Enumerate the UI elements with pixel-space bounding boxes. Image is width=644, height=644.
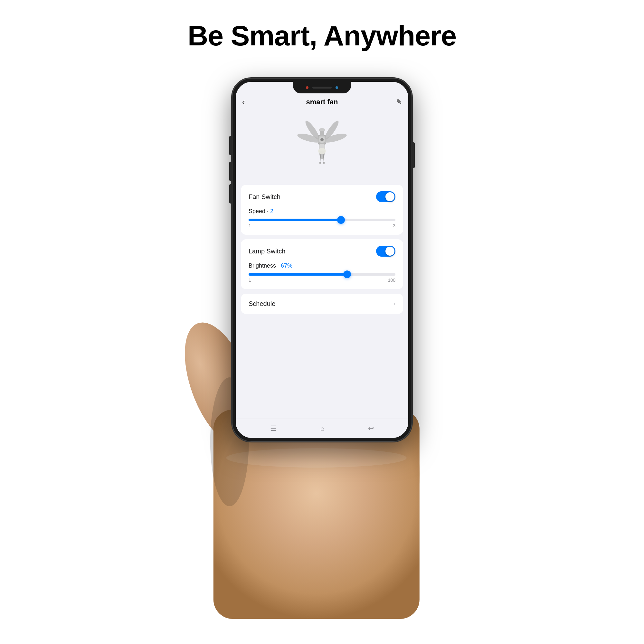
- phone-screen: ‹ smart fan ✎: [236, 82, 408, 438]
- speed-label: Speed · 2: [249, 208, 395, 215]
- schedule-label: Schedule: [249, 300, 275, 308]
- fan-image-area: [236, 111, 408, 185]
- speed-section: Speed · 2 1 3: [249, 208, 395, 228]
- phone-device: ‹ smart fan ✎: [232, 78, 412, 442]
- brightness-slider-track[interactable]: [249, 273, 395, 276]
- speed-slider-fill: [249, 219, 341, 221]
- fan-switch-toggle[interactable]: [376, 191, 395, 202]
- back-button[interactable]: ‹: [242, 97, 245, 107]
- svg-point-17: [318, 148, 326, 154]
- notch-dot-red: [306, 86, 308, 89]
- nav-menu-icon[interactable]: ☰: [270, 424, 277, 433]
- app-title: smart fan: [306, 98, 338, 106]
- phone-notch: [293, 82, 351, 93]
- app-content: Fan Switch Speed · 2 1: [236, 185, 408, 419]
- lamp-switch-toggle[interactable]: [376, 246, 395, 257]
- fan-switch-label: Fan Switch: [249, 193, 280, 201]
- app-header: ‹ smart fan ✎: [236, 93, 408, 111]
- brightness-slider-thumb[interactable]: [343, 270, 351, 278]
- brightness-slider-fill: [249, 273, 347, 276]
- svg-point-21: [323, 162, 325, 164]
- brightness-max: 100: [388, 278, 395, 283]
- notch-speaker: [312, 87, 332, 89]
- notch-dot-blue: [336, 86, 338, 89]
- scene-wrapper: ‹ smart fan ✎: [129, 65, 515, 612]
- brightness-min: 1: [249, 278, 251, 283]
- brightness-section: Brightness · 67% 1 100: [249, 262, 395, 283]
- page-title: Be Smart, Anywhere: [188, 19, 457, 52]
- brightness-range: 1 100: [249, 278, 395, 283]
- brightness-label: Brightness · 67%: [249, 262, 395, 269]
- bottom-nav: ☰ ⌂ ↩: [236, 419, 408, 438]
- speed-range: 1 3: [249, 223, 395, 228]
- svg-point-23: [319, 128, 325, 131]
- lamp-switch-label: Lamp Switch: [249, 248, 286, 255]
- svg-point-3: [226, 448, 407, 468]
- speed-min: 1: [249, 223, 251, 228]
- svg-point-15: [320, 138, 324, 141]
- schedule-arrow-icon: ›: [393, 300, 395, 307]
- nav-home-icon[interactable]: ⌂: [320, 424, 324, 433]
- speed-slider-track[interactable]: [249, 219, 395, 221]
- fan-switch-card: Fan Switch Speed · 2 1: [241, 185, 403, 235]
- speed-value: 2: [270, 208, 273, 214]
- speed-max: 3: [393, 223, 395, 228]
- nav-back-icon[interactable]: ↩: [368, 424, 374, 433]
- edit-button[interactable]: ✎: [396, 98, 402, 106]
- schedule-card[interactable]: Schedule ›: [241, 294, 403, 314]
- speed-slider-thumb[interactable]: [337, 216, 345, 224]
- brightness-value: 67%: [281, 262, 292, 269]
- lamp-switch-card: Lamp Switch Brightness · 67% 1: [241, 239, 403, 289]
- svg-point-19: [319, 162, 321, 164]
